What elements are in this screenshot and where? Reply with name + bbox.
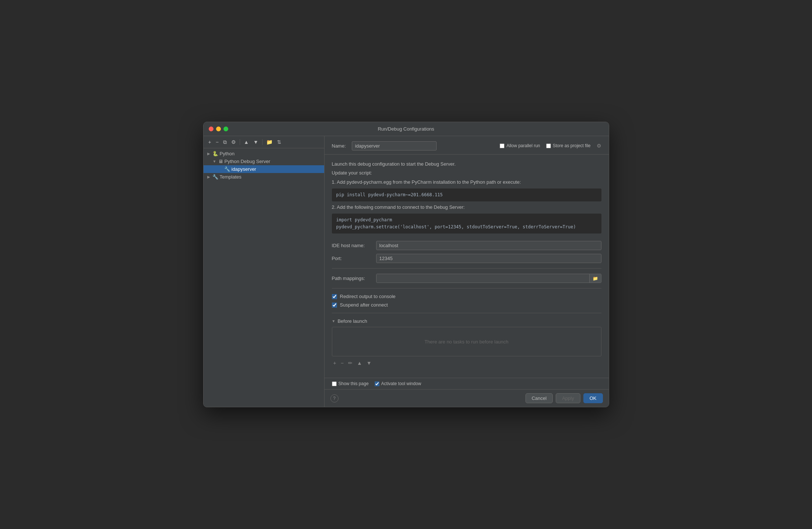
minimize-button[interactable] [216, 127, 221, 131]
before-launch-edit-btn[interactable]: ✏ [347, 359, 354, 367]
allow-parallel-run-checkbox[interactable] [500, 144, 504, 148]
desc-line2: Update your script: [332, 169, 601, 177]
templates-icon: 🔧 [212, 174, 218, 180]
main-layout: + − ⧉ ⚙ ▲ ▼ 📁 ⇅ ▶ 🐍 Python [204, 136, 609, 407]
path-mappings-folder-btn[interactable]: 📁 [589, 274, 601, 283]
apply-button[interactable]: Apply [556, 393, 580, 403]
redirect-output-row: Redirect output to console [332, 294, 601, 299]
before-launch-down-btn[interactable]: ▼ [365, 359, 373, 367]
sidebar-tree: ▶ 🐍 Python ▼ 🖥 Python Debug Server 🔧 ida… [204, 148, 324, 407]
description-block: Launch this debug configuration to start… [332, 160, 601, 234]
desc-step2: 2. Add the following command to connect … [332, 204, 601, 211]
python-arrow: ▶ [207, 152, 211, 156]
before-launch-up-btn[interactable]: ▲ [355, 359, 364, 367]
move-down-button[interactable]: ▼ [251, 138, 260, 146]
cancel-button[interactable]: Cancel [525, 393, 553, 403]
path-mappings-row: Path mappings: 📁 [332, 274, 601, 283]
help-button[interactable]: ? [330, 394, 339, 402]
content-header: Name: Allow parallel run Store as projec… [325, 136, 609, 155]
name-field-label: Name: [332, 143, 346, 149]
move-up-button[interactable]: ▲ [242, 138, 251, 146]
desc-step1: 1. Add pydevd-pycharm.egg from the PyCha… [332, 179, 601, 186]
divider-1 [332, 268, 601, 269]
code-block-1: pip install pydevd-pycharm~=201.6668.115 [332, 189, 601, 201]
python-icon: 🐍 [212, 151, 218, 156]
idapyserver-icon: 🔧 [224, 166, 230, 172]
code-block-2: import pydevd_pycharm pydevd_pycharm.set… [332, 214, 601, 234]
before-launch-label: Before launch [337, 318, 367, 324]
redirect-output-label: Redirect output to console [340, 294, 396, 299]
before-launch-section-header[interactable]: ▼ Before launch [332, 318, 601, 324]
allow-parallel-run-label[interactable]: Allow parallel run [500, 143, 540, 148]
ide-host-label: IDE host name: [332, 243, 372, 248]
redirect-output-checkbox[interactable] [332, 294, 337, 299]
debug-server-icon: 🖥 [218, 159, 223, 164]
path-mappings-input[interactable] [376, 274, 589, 283]
maximize-button[interactable] [223, 127, 228, 131]
add-config-button[interactable]: + [207, 138, 213, 146]
desc-line1: Launch this debug configuration to start… [332, 160, 601, 168]
divider-3 [332, 313, 601, 313]
ide-host-row: IDE host name: [332, 241, 601, 250]
port-label: Port: [332, 256, 372, 261]
before-launch-toolbar: + − ✏ ▲ ▼ [332, 359, 601, 367]
sidebar: + − ⧉ ⚙ ▲ ▼ 📁 ⇅ ▶ 🐍 Python [204, 136, 325, 407]
path-mappings-label: Path mappings: [332, 276, 372, 281]
show-this-page-label[interactable]: Show this page [332, 381, 369, 386]
debug-server-label: Python Debug Server [225, 159, 270, 164]
close-button[interactable] [209, 127, 214, 131]
sidebar-item-templates[interactable]: ▶ 🔧 Templates [204, 173, 324, 181]
activate-tool-window-checkbox[interactable] [375, 381, 379, 386]
sidebar-item-python[interactable]: ▶ 🐍 Python [204, 150, 324, 158]
sidebar-item-python-debug-server[interactable]: ▼ 🖥 Python Debug Server [204, 158, 324, 165]
sidebar-toolbar: + − ⧉ ⚙ ▲ ▼ 📁 ⇅ [204, 136, 324, 148]
run-debug-configurations-dialog: Run/Debug Configurations + − ⧉ ⚙ ▲ ▼ 📁 ⇅… [203, 122, 609, 408]
traffic-lights [209, 127, 228, 131]
title-bar: Run/Debug Configurations [204, 122, 609, 136]
copy-config-button[interactable]: ⧉ [221, 138, 229, 146]
port-input[interactable] [376, 254, 601, 263]
name-input[interactable] [352, 141, 437, 151]
templates-arrow: ▶ [207, 175, 211, 179]
activate-tool-window-label[interactable]: Activate tool window [375, 381, 421, 386]
before-launch-arrow: ▼ [332, 319, 336, 323]
before-launch-add-btn[interactable]: + [332, 359, 338, 367]
templates-label: Templates [220, 174, 242, 180]
header-options: Allow parallel run Store as project file… [500, 143, 601, 149]
suspend-after-connect-label: Suspend after connect [340, 302, 388, 308]
sidebar-item-idapyserver[interactable]: 🔧 idapyserver [204, 165, 324, 173]
suspend-after-connect-row: Suspend after connect [332, 302, 601, 308]
ok-button[interactable]: OK [583, 393, 603, 403]
before-launch-remove-btn[interactable]: − [339, 359, 345, 367]
settings-config-button[interactable]: ⚙ [229, 138, 238, 146]
divider-2 [332, 288, 601, 288]
show-this-page-checkbox[interactable] [332, 381, 337, 386]
window-title: Run/Debug Configurations [378, 126, 434, 132]
ide-host-input[interactable] [376, 241, 601, 250]
idapyserver-label: idapyserver [232, 166, 256, 172]
content-body: Launch this debug configuration to start… [325, 155, 609, 378]
debug-server-arrow: ▼ [212, 159, 217, 163]
suspend-after-connect-checkbox[interactable] [332, 302, 337, 308]
port-row: Port: [332, 254, 601, 263]
store-as-project-file-label[interactable]: Store as project file [546, 143, 591, 148]
folder-button[interactable]: 📁 [264, 138, 274, 146]
before-launch-placeholder: There are no tasks to run before launch [424, 339, 509, 345]
toolbar-separator [240, 139, 240, 145]
gear-icon[interactable]: ⚙ [597, 143, 601, 149]
content-area: Name: Allow parallel run Store as projec… [325, 136, 609, 407]
store-as-project-file-checkbox[interactable] [546, 144, 551, 148]
path-mappings-input-wrapper: 📁 [376, 274, 601, 283]
before-launch-area: There are no tasks to run before launch [332, 327, 601, 356]
content-footer: ? Cancel Apply OK [325, 389, 609, 407]
toolbar-separator-2 [262, 139, 263, 145]
bottom-options: Show this page Activate tool window [325, 378, 609, 389]
remove-config-button[interactable]: − [214, 138, 221, 146]
sort-button[interactable]: ⇅ [275, 138, 283, 146]
python-label: Python [220, 151, 235, 156]
